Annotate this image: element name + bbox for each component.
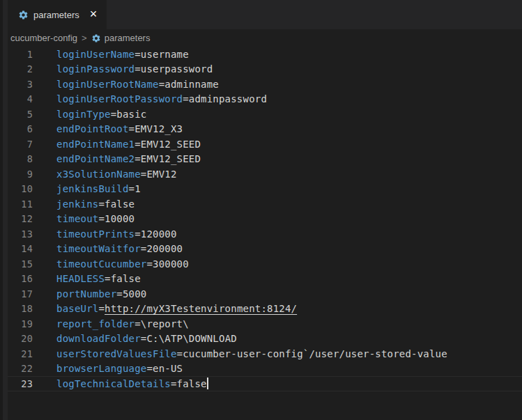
code-eq: = — [129, 123, 135, 134]
breadcrumb-file-label: parameters — [105, 33, 151, 43]
code-text: loginUserName=username — [56, 49, 189, 60]
code-line[interactable]: 12 timeout=10000 — [8, 212, 522, 227]
code-key: userStoredValuesFile — [56, 348, 177, 359]
line-number: 3 — [8, 79, 33, 90]
code-editor[interactable]: 1 loginUserName=username 2 loginPassword… — [8, 47, 522, 420]
code-value: EMV12_SEED — [141, 153, 201, 164]
line-number: 20 — [8, 333, 33, 344]
code-line[interactable]: 8 endPointName2=EMV12_SEED — [8, 152, 522, 167]
code-text: loginUserRootName=adminname — [56, 79, 219, 90]
line-number: 18 — [8, 303, 33, 314]
code-value: EMV12_X3 — [135, 123, 183, 134]
code-key: browserLanguage — [56, 363, 146, 374]
code-key: baseUrl — [56, 303, 98, 314]
code-text: portNumber=5000 — [56, 288, 146, 300]
code-eq: = — [116, 288, 123, 300]
line-number: 14 — [8, 243, 33, 254]
close-icon[interactable]: × — [87, 8, 100, 21]
code-eq: = — [135, 318, 141, 329]
sidebar-edge — [0, 0, 8, 420]
code-eq: = — [98, 199, 105, 210]
code-eq: = — [135, 228, 141, 240]
code-line[interactable]: 14 timeoutWaitfor=200000 — [8, 242, 522, 257]
code-key: logTechnicalDetails — [56, 378, 171, 389]
code-line[interactable]: 10 jenkinsBuild=1 — [8, 182, 522, 197]
code-value: basic — [116, 109, 146, 120]
tab-label: parameters — [33, 10, 79, 20]
line-number: 6 — [8, 123, 33, 134]
code-line[interactable]: 17 portNumber=5000 — [8, 286, 522, 302]
code-key: loginUserRootPassword — [56, 93, 183, 104]
code-line[interactable]: 15 timeoutCucumber=300000 — [8, 256, 522, 272]
line-number: 4 — [8, 93, 33, 104]
line-number: 9 — [8, 169, 33, 180]
code-value: false — [111, 273, 141, 284]
line-number: 7 — [8, 139, 33, 150]
code-text: jenkinsBuild=1 — [56, 183, 141, 194]
tab-parameters[interactable]: parameters × — [8, 0, 107, 29]
breadcrumb-folder[interactable]: cucumber-config — [10, 33, 77, 43]
code-line[interactable]: 4 loginUserRootPassword=adminpassword — [8, 92, 522, 107]
code-line[interactable]: 7 endPointName1=EMV12_SEED — [8, 137, 522, 152]
code-line[interactable]: 13 timeoutPrints=120000 — [8, 226, 522, 242]
code-eq: = — [135, 49, 141, 60]
line-number: 5 — [8, 109, 33, 120]
code-line[interactable]: 19 report_folder=\report\ — [8, 316, 522, 332]
code-eq: = — [105, 273, 111, 284]
code-value: EMV12_SEED — [141, 139, 201, 150]
code-line[interactable]: 21 userStoredValuesFile=cucumber-user-co… — [8, 346, 522, 361]
code-text: timeoutCucumber=300000 — [56, 258, 189, 270]
code-text: browserLanguage=en-US — [56, 363, 183, 374]
code-eq: = — [146, 363, 153, 374]
code-value: C:\ATP\DOWNLOAD — [146, 333, 236, 344]
code-line[interactable]: 6 endPointRoot=EMV12_X3 — [8, 122, 522, 137]
line-number: 8 — [8, 153, 33, 164]
code-line[interactable]: 16 HEADLESS=false — [8, 272, 522, 287]
code-eq: = — [146, 258, 153, 270]
code-lines: 1 loginUserName=username 2 loginPassword… — [8, 47, 522, 391]
code-key: jenkinsBuild — [56, 183, 129, 194]
code-key: loginUserName — [56, 49, 135, 60]
code-value: 300000 — [153, 258, 189, 270]
code-value: 5000 — [123, 288, 147, 300]
line-number: 10 — [8, 183, 33, 194]
code-line[interactable]: 18 baseUrl=http://myX3Testenvironment:81… — [8, 302, 522, 317]
code-key: endPointName2 — [56, 153, 135, 164]
code-text: endPointRoot=EMV12_X3 — [56, 123, 183, 134]
code-line[interactable]: 3 loginUserRootName=adminname — [8, 77, 522, 92]
code-text: HEADLESS=false — [56, 273, 141, 284]
code-value: en-US — [153, 363, 183, 374]
breadcrumb: cucumber-config > parameters — [8, 29, 522, 47]
code-eq: = — [177, 348, 183, 359]
code-line[interactable]: 22 browserLanguage=en-US — [8, 361, 522, 377]
code-value: EMV12 — [146, 169, 176, 180]
code-key: endPointName1 — [56, 139, 135, 150]
tab-bar: parameters × — [8, 0, 522, 29]
code-line[interactable]: 23 logTechnicalDetails=false — [8, 376, 522, 391]
gear-icon — [18, 10, 29, 20]
code-key: downloadFolder — [56, 333, 141, 344]
code-line[interactable]: 2 loginPassword=userpassword — [8, 62, 522, 77]
line-number: 16 — [8, 273, 33, 284]
code-line[interactable]: 1 loginUserName=username — [8, 47, 522, 62]
code-text: endPointName1=EMV12_SEED — [56, 139, 201, 150]
code-key: timeoutPrints — [56, 228, 135, 240]
code-line[interactable]: 11 jenkins=false — [8, 196, 522, 212]
code-eq: = — [135, 153, 141, 164]
breadcrumb-file[interactable]: parameters — [91, 33, 151, 43]
code-key: x3SolutionName — [56, 169, 141, 180]
code-line[interactable]: 5 loginType=basic — [8, 107, 522, 122]
code-value: 120000 — [141, 228, 177, 240]
code-key: report_folder — [56, 318, 135, 329]
code-value: http://myX3Testenvironment:8124/ — [105, 303, 297, 314]
code-key: loginType — [56, 109, 111, 120]
code-line[interactable]: 9 x3SolutionName=EMV12 — [8, 166, 522, 182]
code-value: \report\ — [141, 318, 189, 329]
code-key: timeoutCucumber — [56, 258, 146, 270]
code-text: timeoutWaitfor=200000 — [56, 243, 183, 254]
code-text: timeout=10000 — [56, 213, 135, 224]
code-text: jenkins=false — [56, 199, 135, 210]
code-eq: = — [183, 93, 189, 104]
code-line[interactable]: 20 downloadFolder=C:\ATP\DOWNLOAD — [8, 332, 522, 347]
code-key: timeoutWaitfor — [56, 243, 141, 254]
